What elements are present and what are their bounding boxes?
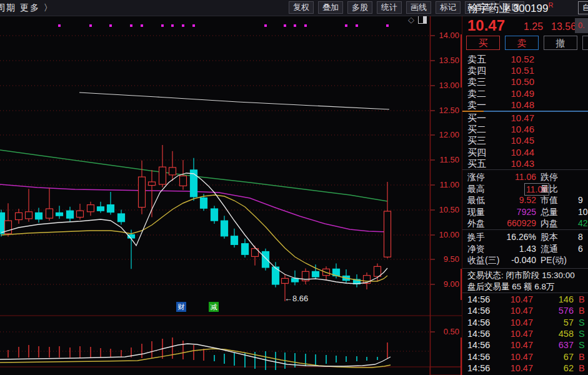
price-change: 1.25 xyxy=(524,21,543,32)
stat-label: 最高 xyxy=(467,183,485,194)
chart-mini-toolbar: ◇ xyxy=(408,15,427,24)
stat-row: 外盘660929内盘42 xyxy=(462,218,588,229)
toolbar-button-1[interactable]: 叠加 xyxy=(318,1,343,14)
bid-level-5[interactable]: 买五10.43 xyxy=(462,158,588,169)
query-button[interactable]: 查 xyxy=(582,36,588,50)
level-label: 卖四 xyxy=(467,65,486,76)
trade-volume: 458 xyxy=(536,328,574,339)
divider xyxy=(462,229,588,230)
trade-price: 10.47 xyxy=(487,362,533,374)
toolbar-button-0[interactable]: 复权 xyxy=(289,1,314,14)
trade-row: 14:5610.47576B xyxy=(462,305,588,316)
panel-divider-highlight xyxy=(461,34,462,88)
ask-level-4[interactable]: 卖二10.49 xyxy=(462,88,588,99)
period-menu[interactable]: 周期 更多 〉 xyxy=(0,2,54,14)
stock-title: 翰宇药业 300199R xyxy=(467,1,553,16)
level-price: 10.43 xyxy=(487,158,534,169)
trade-side: B xyxy=(579,351,585,362)
level-label: 买一 xyxy=(467,112,486,124)
divider xyxy=(462,169,588,170)
level-price: 10.44 xyxy=(487,147,534,158)
svg-text:12.00: 12.00 xyxy=(439,130,459,139)
divider xyxy=(462,292,588,293)
level-price: 10.48 xyxy=(487,99,534,111)
sell-button[interactable]: 卖 xyxy=(505,36,539,50)
ask-level-2[interactable]: 卖四10.51 xyxy=(462,65,588,76)
event-badge-reduce[interactable]: 减 xyxy=(209,302,219,312)
bid-level-3[interactable]: 买三10.45 xyxy=(462,135,588,146)
ask-level-5[interactable]: 卖一10.48 xyxy=(462,99,588,111)
svg-text:13.50: 13.50 xyxy=(439,56,459,65)
order-imbalance-bar xyxy=(462,111,588,112)
toolbar-button-4[interactable]: 画线 xyxy=(406,1,431,14)
level-label: 买四 xyxy=(467,147,486,158)
stat-label: 总量 xyxy=(541,206,558,218)
bid-level-1[interactable]: 买一10.47 xyxy=(462,112,588,124)
stat-label: 跌停 xyxy=(541,171,558,182)
toolbar-button-3[interactable]: 统计 xyxy=(377,1,402,14)
stat-row: 涨停11.06跌停 xyxy=(462,171,588,182)
toolbar-button-2[interactable]: 多股 xyxy=(347,1,372,14)
low-price-annotation: ←8.66 xyxy=(284,294,308,303)
bid-level-2[interactable]: 买二10.46 xyxy=(462,124,588,135)
level-label: 卖三 xyxy=(467,76,486,88)
last-price: 10.47 xyxy=(467,17,505,34)
quote-panel: 10.47 1.25 13.56% 0. 买 卖 撤 查 卖五10.52卖四10… xyxy=(462,16,588,375)
level-label: 买二 xyxy=(467,124,486,135)
trade-price: 10.47 xyxy=(487,339,533,351)
app-window: 14.0013.5013.0012.5012.0011.5011.0010.50… xyxy=(0,0,588,375)
trade-side: B xyxy=(579,362,585,374)
trade-time: 14:56 xyxy=(467,339,490,351)
stat-value: 7925 xyxy=(480,206,536,218)
trade-time: 14:56 xyxy=(467,294,490,305)
trade-time: 14:56 xyxy=(467,328,490,339)
level-label: 买三 xyxy=(467,135,486,146)
margin-tag: R xyxy=(548,1,553,9)
stat-label: PE(动) xyxy=(541,254,567,266)
bid-level-4[interactable]: 买四10.44 xyxy=(462,147,588,158)
trade-time: 14:56 xyxy=(467,317,490,328)
trade-volume: 57 xyxy=(536,317,574,328)
trade-row: 14:5610.4767B xyxy=(462,351,588,362)
trade-price: 10.47 xyxy=(487,294,533,305)
svg-text:0.50: 0.50 xyxy=(444,327,459,336)
stat-row: 现量7925总量108 xyxy=(462,206,588,218)
ask-level-3[interactable]: 卖三10.50 xyxy=(462,76,588,88)
ask-level-1[interactable]: 卖五10.52 xyxy=(462,54,588,65)
trade-side: S xyxy=(579,328,585,339)
stat-label: 市值 xyxy=(541,194,558,206)
trade-time: 14:56 xyxy=(467,351,490,362)
level-label: 买五 xyxy=(467,158,486,169)
trade-volume: 146 xyxy=(536,294,574,305)
stat-row: 最低9.52市值9 xyxy=(462,194,588,206)
stock-code: 300199 xyxy=(513,2,549,14)
stat-value: 16.26% xyxy=(480,231,536,242)
trade-side: S xyxy=(579,317,585,328)
stat-row: 最高11.06量比 xyxy=(462,183,588,194)
trade-time: 14:56 xyxy=(467,305,490,316)
stat-row: 净资1.43流通6 xyxy=(462,243,588,254)
trade-side: B xyxy=(579,305,585,316)
event-badge-finance[interactable]: 财 xyxy=(176,302,186,312)
split-window-icon[interactable] xyxy=(418,16,427,24)
stat-value: -0.040 xyxy=(480,254,536,266)
diamond-icon[interactable]: ◇ xyxy=(408,15,414,24)
level-price: 10.49 xyxy=(487,88,534,99)
trade-volume: 62 xyxy=(536,362,574,374)
level-price: 10.51 xyxy=(487,65,534,76)
corner-tab[interactable]: 自 xyxy=(578,1,588,14)
buy-button[interactable]: 买 xyxy=(466,36,500,50)
trade-row: 14:5610.4757S xyxy=(462,317,588,328)
corner-value: 0. xyxy=(575,18,588,33)
stat-value: 660929 xyxy=(480,218,536,229)
trade-row: 14:5610.47458S xyxy=(462,328,588,339)
trade-row: 14:5610.47146B xyxy=(462,294,588,305)
cancel-order-button[interactable]: 撤 xyxy=(544,36,577,50)
trade-buttons: 买 卖 撤 查 xyxy=(466,36,588,50)
trade-side: B xyxy=(579,294,585,305)
level-price: 10.45 xyxy=(487,135,534,146)
trade-price: 10.47 xyxy=(487,328,533,339)
toolbar-button-5[interactable]: 标记 xyxy=(436,1,461,14)
svg-text:13.00: 13.00 xyxy=(439,81,459,90)
stat-label: 量比 xyxy=(541,183,558,194)
